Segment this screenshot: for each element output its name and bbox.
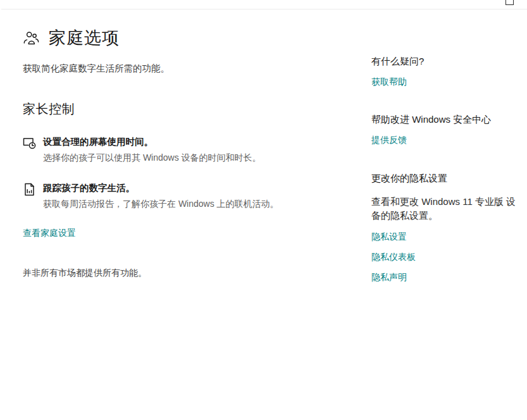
privacy-settings-link[interactable]: 隐私设置 [371,232,521,243]
page-title: 家庭选项 [49,27,120,49]
help-heading: 有什么疑问? [371,56,521,68]
get-help-link[interactable]: 获取帮助 [371,77,407,88]
privacy-heading: 更改你的隐私设置 [371,173,521,185]
help-sidebar: 有什么疑问? 获取帮助 帮助改进 Windows 安全中心 提供反馈 更改你的隐… [371,56,521,283]
privacy-section: 更改你的隐私设置 查看和更改 Windows 11 专业版 设备的隐私设置。 隐… [371,173,521,283]
markets-footnote: 并非所有市场都提供所有功能。 [23,268,345,279]
feature-description: 获取每周活动报告，了解你孩子在 Windows 上的联机活动。 [43,199,279,210]
feedback-heading: 帮助改进 Windows 安全中心 [371,114,521,126]
privacy-statement-link[interactable]: 隐私声明 [371,272,521,283]
feature-item-text: 设置合理的屏幕使用时间。 选择你的孩子可以使用其 Windows 设备的时间和时… [43,136,261,164]
view-family-settings-link[interactable]: 查看家庭设置 [23,228,76,239]
activity-report-icon [23,182,36,210]
maximize-button[interactable] [505,0,514,5]
privacy-links: 隐私设置 隐私仪表板 隐私声明 [371,232,521,283]
feature-title: 跟踪孩子的数字生活。 [43,182,279,194]
provide-feedback-link[interactable]: 提供反馈 [371,135,407,146]
feature-description: 选择你的孩子可以使用其 Windows 设备的时间和时长。 [43,152,261,164]
page-header: 家庭选项 [23,27,345,49]
top-divider [1,9,527,9]
feature-title: 设置合理的屏幕使用时间。 [43,136,261,148]
privacy-description: 查看和更改 Windows 11 专业版 设备的隐私设置。 [371,195,521,223]
page-subtitle: 获取简化家庭数字生活所需的功能。 [23,63,345,75]
screen-time-icon [23,136,36,164]
feature-item-text: 跟踪孩子的数字生活。 获取每周活动报告，了解你孩子在 Windows 上的联机活… [43,182,279,210]
privacy-dashboard-link[interactable]: 隐私仪表板 [371,252,521,263]
feature-item-activity-report: 跟踪孩子的数字生活。 获取每周活动报告，了解你孩子在 Windows 上的联机活… [23,182,345,210]
parental-controls-heading: 家长控制 [23,101,345,118]
feature-item-screen-time: 设置合理的屏幕使用时间。 选择你的孩子可以使用其 Windows 设备的时间和时… [23,136,345,164]
family-icon [23,30,40,46]
feedback-section: 帮助改进 Windows 安全中心 提供反馈 [371,114,521,146]
help-section: 有什么疑问? 获取帮助 [371,56,521,88]
main-content: 家庭选项 获取简化家庭数字生活所需的功能。 家长控制 设置合理的屏幕使用时间。 … [23,27,345,279]
